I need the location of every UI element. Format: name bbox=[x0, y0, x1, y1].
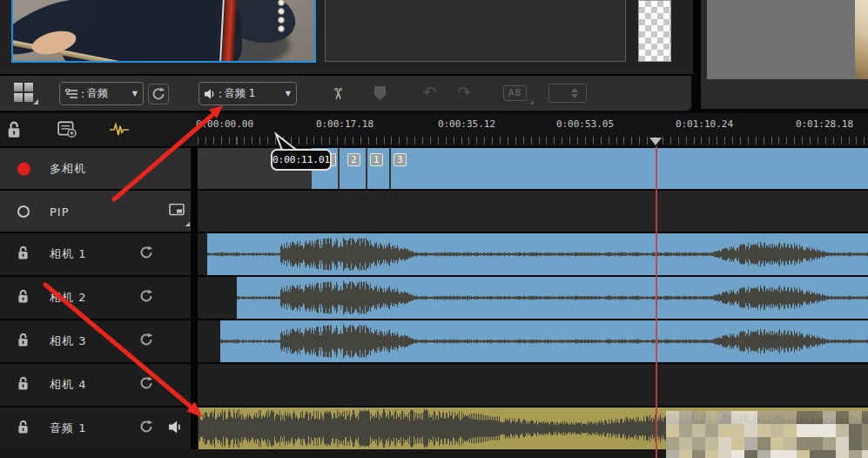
split-clip-button[interactable]: ✂ bbox=[329, 87, 347, 100]
speaker-icon bbox=[169, 421, 182, 434]
monitor-image-fragment bbox=[855, 0, 868, 79]
multicam-clip[interactable] bbox=[391, 148, 868, 189]
colon: : bbox=[219, 88, 222, 100]
refresh-icon bbox=[151, 87, 165, 101]
redo-button[interactable]: ↷ bbox=[458, 83, 471, 101]
track-type-value: 音频 bbox=[87, 86, 108, 101]
track-label: PIP bbox=[50, 205, 70, 218]
track-label: 音频 1 bbox=[50, 421, 86, 436]
track-header-camera1[interactable]: 相机 1 bbox=[0, 233, 191, 275]
ruler-timestamp: 0:01:28.18 bbox=[785, 118, 864, 130]
camera3-clip[interactable] bbox=[220, 320, 868, 362]
unlocked-padlock-icon bbox=[7, 120, 21, 138]
resync-button[interactable] bbox=[139, 246, 153, 263]
unlocked-padlock-icon bbox=[17, 289, 29, 304]
mute-toggle[interactable] bbox=[169, 421, 182, 437]
beads-shape bbox=[278, 0, 285, 32]
sync-button[interactable] bbox=[148, 84, 169, 104]
track-label: 相机 4 bbox=[50, 377, 86, 393]
ruler-timestamp: 0:00:53.05 bbox=[546, 118, 624, 130]
audio-waveform bbox=[220, 320, 868, 362]
lock-toggle[interactable] bbox=[17, 289, 29, 307]
source-monitor-panel bbox=[696, 0, 868, 111]
refresh-icon bbox=[139, 246, 153, 259]
monitor-video-area bbox=[707, 0, 855, 79]
pixelated-watermark bbox=[666, 411, 868, 458]
preview-thumbnail-selected[interactable] bbox=[11, 0, 316, 63]
ruler-timestamp: 0:00:35.12 bbox=[427, 118, 506, 130]
refresh-icon bbox=[139, 333, 153, 347]
camera2-clip[interactable] bbox=[237, 277, 868, 319]
chevron-down-icon: ▼ bbox=[132, 90, 138, 98]
chevron-down-icon: ▼ bbox=[286, 90, 291, 98]
ruler-timestamp: 0:00:00.00 bbox=[185, 118, 264, 130]
lock-toggle[interactable] bbox=[17, 246, 29, 264]
marker-button[interactable] bbox=[374, 86, 386, 100]
pip-icon bbox=[169, 203, 186, 216]
track-header-multicam[interactable]: 多相机 bbox=[0, 148, 191, 189]
transparency-checkerboard bbox=[638, 0, 671, 62]
pip-indicator-icon[interactable] bbox=[17, 205, 30, 218]
unlocked-padlock-icon bbox=[17, 246, 29, 260]
camera2-lane bbox=[198, 277, 868, 319]
audio-source-value: 音频 1 bbox=[225, 86, 255, 101]
ruler-ticks bbox=[198, 137, 868, 145]
track-header-camera3[interactable]: 相机 3 bbox=[0, 320, 191, 362]
preview-thumbnail-empty[interactable] bbox=[325, 0, 626, 62]
audio-source-dropdown[interactable]: : 音频 1 ▼ bbox=[198, 82, 297, 105]
clip-badge: 3 bbox=[394, 153, 407, 166]
track-header-camera4[interactable]: 相机 4 bbox=[0, 364, 191, 406]
speaker-icon bbox=[205, 89, 216, 99]
unlocked-padlock-icon bbox=[17, 333, 29, 347]
camera4-lane bbox=[198, 364, 868, 406]
track-header-camera2[interactable]: 相机 2 bbox=[0, 277, 191, 319]
camera1-lane bbox=[198, 233, 868, 275]
track-type-dropdown[interactable]: : 音频 ▼ bbox=[59, 82, 144, 105]
waveform-icon bbox=[110, 122, 129, 138]
resync-button[interactable] bbox=[139, 376, 153, 394]
lock-toggle[interactable] bbox=[17, 420, 29, 438]
track-header-audio1[interactable]: 音频 1 bbox=[0, 407, 191, 449]
track-list-icon bbox=[65, 89, 78, 99]
clip-badge: 1 bbox=[370, 153, 383, 166]
timeline-ruler[interactable]: 0:00:00.00 0:00:17.18 0:00:35.12 0:00:53… bbox=[198, 113, 868, 146]
lock-toggle[interactable] bbox=[17, 333, 29, 351]
record-indicator-icon[interactable] bbox=[17, 162, 30, 175]
multicam-editor: : 音频 ▼ : 音频 1 ▼ ✂ ↶ ↷ AB bbox=[0, 0, 868, 458]
track-label: 相机 3 bbox=[50, 333, 86, 349]
audio-waveform bbox=[207, 233, 868, 275]
refresh-icon bbox=[139, 289, 153, 303]
ab-transition-button[interactable]: AB bbox=[503, 85, 527, 101]
track-label: 多相机 bbox=[50, 161, 86, 177]
playhead-line[interactable] bbox=[656, 146, 657, 458]
pip-lane bbox=[198, 191, 868, 232]
resync-button[interactable] bbox=[139, 289, 153, 306]
resync-button[interactable] bbox=[139, 333, 153, 350]
ab-flyout-icon bbox=[529, 100, 534, 104]
preview-strip bbox=[0, 0, 693, 74]
unlocked-padlock-icon bbox=[17, 420, 29, 434]
audio-waveform bbox=[237, 277, 868, 319]
list-add-icon bbox=[57, 121, 77, 138]
camera3-lane bbox=[198, 320, 868, 362]
track-label: 相机 2 bbox=[50, 290, 86, 306]
unlocked-padlock-icon bbox=[17, 376, 29, 391]
undo-button[interactable]: ↶ bbox=[423, 83, 436, 101]
pip-layout-button[interactable] bbox=[169, 203, 186, 219]
timecode-tooltip: 0:00:11.01 bbox=[271, 149, 332, 171]
add-source-list-button[interactable] bbox=[57, 121, 77, 141]
refresh-icon bbox=[139, 376, 153, 390]
lock-toggle[interactable] bbox=[17, 376, 29, 394]
multicam-toolbar: : 音频 ▼ : 音频 1 ▼ ✂ ↶ ↷ AB bbox=[0, 74, 693, 113]
lock-all-button[interactable] bbox=[7, 120, 21, 142]
resync-button[interactable] bbox=[139, 420, 153, 437]
track-label: 相机 1 bbox=[50, 246, 86, 262]
duration-stepper[interactable] bbox=[548, 84, 587, 103]
refresh-icon bbox=[139, 420, 153, 434]
playhead-marker[interactable] bbox=[649, 138, 662, 145]
audio-sync-waveform-toggle[interactable] bbox=[110, 122, 129, 141]
ruler-timestamp: 0:00:17.18 bbox=[306, 118, 384, 130]
erhu-player-photo bbox=[13, 0, 314, 61]
track-header-pip[interactable]: PIP bbox=[0, 191, 191, 232]
camera1-clip[interactable] bbox=[207, 233, 868, 275]
